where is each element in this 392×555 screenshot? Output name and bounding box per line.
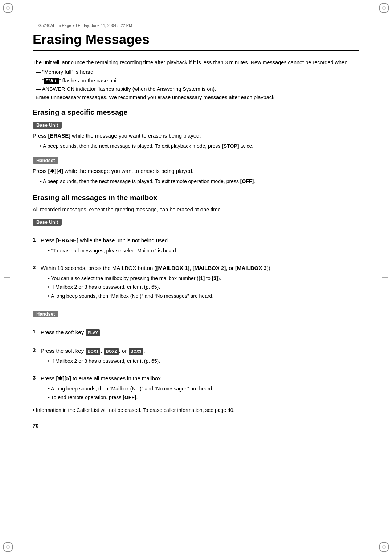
intro-text: The unit will announce the remaining rec… — [33, 58, 359, 66]
note-text: • Information in the Caller List will no… — [33, 406, 359, 414]
page-title: Erasing Messages — [33, 32, 359, 51]
section1-title: Erasing a specific message — [33, 108, 359, 117]
h-step2-text: Press the soft key BOX1, BOX2, or BOX3. — [41, 347, 359, 355]
base-unit-badge-2: Base Unit — [33, 217, 359, 228]
divider-1 — [33, 232, 359, 232]
box1-key: BOX1 — [86, 348, 100, 355]
section2-title: Erasing all messages in the mailbox — [33, 194, 359, 202]
base-step-2: 2 Within 10 seconds, press the MAILBOX b… — [33, 264, 359, 301]
box3-key: BOX3 — [129, 348, 143, 355]
handset-step-3: 3 Press [✱][5] to erase all messages in … — [33, 374, 359, 403]
h-step-content-1: Press the soft key PLAY. — [41, 328, 359, 339]
page-number: 70 — [33, 422, 359, 429]
divider-3 — [33, 305, 359, 305]
step-content-1: Press [ERASE] while the base unit is not… — [41, 236, 359, 256]
handset-badge-1: Handset — [33, 155, 359, 167]
h-step-content-2: Press the soft key BOX1, BOX2, or BOX3. … — [41, 347, 359, 366]
intro-bullet-3: — ANSWER ON indicator flashes rapidly (w… — [33, 85, 359, 93]
intro-bullet-4: Erase unnecessary messages. We recommend… — [33, 93, 359, 102]
step2-bullet-2: If Mailbox 2 or 3 has a password, enter … — [41, 283, 359, 291]
section2-intro: All recorded messages, except the greeti… — [33, 206, 359, 214]
intro-bullet-1: — "Memory full" is heard. — [33, 68, 359, 76]
corner-mark-br — [379, 542, 389, 552]
h-step3-text: Press [✱][5] to erase all messages in th… — [41, 374, 359, 383]
edge-mark-bottom — [192, 544, 200, 552]
box2-key: BOX2 — [104, 348, 119, 355]
step-content-2: Within 10 seconds, press the MAILBOX but… — [41, 264, 359, 301]
handset-step-2: 2 Press the soft key BOX1, BOX2, or BOX3… — [33, 347, 359, 366]
divider-5 — [33, 343, 359, 343]
step1-bullet: “To erase all messages, please select Ma… — [41, 247, 359, 255]
step2-bullet-1: You can also select the mailbox by press… — [41, 275, 359, 283]
h-step-num-1: 1 — [33, 328, 41, 335]
h-step-num-2: 2 — [33, 347, 41, 353]
h-step-num-3: 3 — [33, 374, 41, 381]
handset-step-1: 1 Press the soft key PLAY. — [33, 328, 359, 339]
base-unit-step-text: Press [ERASE] while the message you want… — [33, 131, 359, 140]
header-line: TG5240AL.fm Page 70 Friday, June 11, 200… — [33, 22, 135, 29]
step2-bullet-3: A long beep sounds, then “Mailbox (No.)”… — [41, 292, 359, 300]
step-num-2: 2 — [33, 264, 41, 270]
handset-badge-2: Handset — [33, 309, 359, 320]
h-step3-bullet-1: A long beep sounds, then “Mailbox (No.)”… — [41, 385, 359, 393]
base-unit-badge-1: Base Unit — [33, 120, 359, 131]
step1-text: Press [ERASE] while the base unit is not… — [41, 236, 359, 245]
divider-4 — [33, 324, 359, 324]
play-key: PLAY — [86, 329, 99, 337]
handset-label-2: Handset — [33, 311, 58, 317]
base-unit-label-2: Base Unit — [33, 219, 62, 226]
h-step-content-3: Press [✱][5] to erase all messages in th… — [41, 374, 359, 403]
handset-bullet: A beep sounds, then the next message is … — [33, 178, 359, 186]
h-step2-bullet: If Mailbox 2 or 3 has a password, enter … — [41, 357, 359, 365]
base-unit-label-1: Base Unit — [33, 122, 62, 129]
handset-step-text: Press [✱][4] while the message you want … — [33, 167, 359, 175]
full-badge: FULL — [44, 78, 59, 84]
handset-label-1: Handset — [33, 157, 58, 164]
divider-6 — [33, 370, 359, 370]
intro-bullet-2: — “FULL” flashes on the base unit. — [33, 77, 359, 85]
base-unit-bullet: A beep sounds, then the next message is … — [33, 142, 359, 150]
h-step1-text: Press the soft key PLAY. — [41, 328, 359, 337]
step2-text: Within 10 seconds, press the MAILBOX but… — [41, 264, 359, 272]
step-num-1: 1 — [33, 236, 41, 243]
corner-mark-bl — [3, 542, 13, 552]
h-step3-bullet-2: To end remote operation, press [OFF]. — [41, 394, 359, 402]
base-step-1: 1 Press [ERASE] while the base unit is n… — [33, 236, 359, 256]
divider-2 — [33, 260, 359, 260]
